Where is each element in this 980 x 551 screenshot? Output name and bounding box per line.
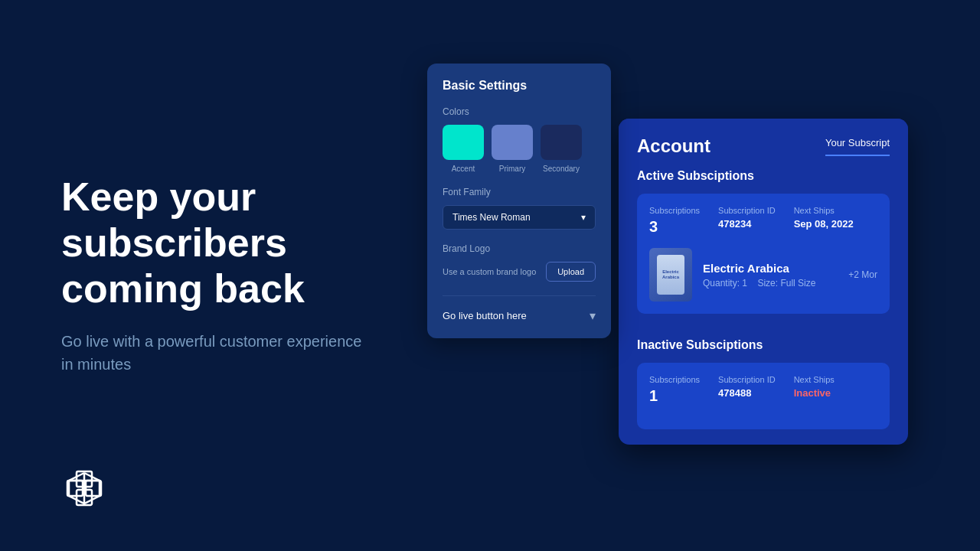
inactive-status: Inactive bbox=[794, 387, 835, 399]
subscription-id-value: 478234 bbox=[718, 218, 776, 230]
active-sub-stats: Subscriptions 3 Subscription ID 478234 N… bbox=[649, 206, 877, 236]
secondary-swatch-box bbox=[541, 125, 582, 160]
product-image-inner: ElectricArabica bbox=[657, 255, 684, 295]
subscriptions-stat-label: Subscriptions bbox=[649, 206, 700, 215]
inactive-subscriptions-section: Inactive Subsciptions Subscriptions 1 Su… bbox=[619, 326, 908, 445]
product-info: Electric Arabica Quantity: 1 Size: Full … bbox=[703, 262, 838, 289]
account-tab[interactable]: Your Subscript bbox=[825, 137, 890, 156]
inactive-subscriptions-stat: Subscriptions 1 bbox=[649, 375, 700, 405]
font-family-label: Font Family bbox=[443, 187, 596, 197]
inactive-sub-stats: Subscriptions 1 Subscription ID 478488 N… bbox=[649, 375, 877, 405]
subheadline: Go live with a powerful customer experie… bbox=[61, 331, 368, 377]
go-live-row[interactable]: Go live button here ▾ bbox=[443, 295, 596, 323]
go-live-text: Go live button here bbox=[443, 310, 527, 321]
product-meta: Quantity: 1 Size: Full Size bbox=[703, 278, 838, 289]
font-value: Times New Roman bbox=[452, 212, 531, 223]
account-panel: Account Your Subscript Active Subsciptio… bbox=[619, 119, 908, 445]
product-image: ElectricArabica bbox=[649, 248, 692, 302]
brand-logo-label: Brand Logo bbox=[443, 243, 596, 254]
go-live-chevron-icon: ▾ bbox=[590, 308, 596, 323]
dropdown-chevron-icon: ▾ bbox=[581, 212, 586, 223]
next-ships-label: Next Ships bbox=[794, 206, 854, 215]
panel-title: Basic Settings bbox=[443, 79, 596, 93]
product-size: Size: Full Size bbox=[757, 278, 815, 289]
account-title: Account bbox=[637, 135, 710, 157]
subscriptions-stat-value: 3 bbox=[649, 218, 700, 236]
font-dropdown[interactable]: Times New Roman ▾ bbox=[443, 205, 596, 230]
settings-panel: Basic Settings Colors Accent Primary Sec… bbox=[427, 64, 611, 338]
brand-logo-row: Use a custom brand logo Upload bbox=[443, 262, 596, 282]
product-row: ElectricArabica Electric Arabica Quantit… bbox=[649, 248, 877, 302]
accent-label: Accent bbox=[452, 165, 475, 173]
colors-row: Accent Primary Secondary bbox=[443, 125, 596, 173]
product-image-label: ElectricArabica bbox=[662, 269, 679, 280]
inactive-subscriptions-value: 1 bbox=[649, 387, 700, 405]
active-section-title: Active Subsciptions bbox=[637, 169, 890, 183]
more-badge: +2 Mor bbox=[848, 269, 877, 280]
subscription-id-label: Subscription ID bbox=[718, 206, 776, 215]
accent-swatch-box bbox=[443, 125, 484, 160]
active-subscription-card: Subscriptions 3 Subscription ID 478234 N… bbox=[637, 194, 890, 314]
secondary-swatch[interactable]: Secondary bbox=[541, 125, 582, 173]
upload-button[interactable]: Upload bbox=[546, 262, 596, 282]
next-ships-value: Sep 08, 2022 bbox=[794, 218, 854, 230]
inactive-subscription-id-stat: Subscription ID 478488 bbox=[718, 375, 776, 405]
brand-logo-section: Brand Logo Use a custom brand logo Uploa… bbox=[443, 243, 596, 282]
secondary-label: Secondary bbox=[543, 165, 580, 173]
colors-label: Colors bbox=[443, 106, 596, 117]
primary-label: Primary bbox=[499, 165, 525, 173]
brand-logo-description: Use a custom brand logo bbox=[443, 267, 536, 276]
inactive-subscriptions-label: Subscriptions bbox=[649, 375, 700, 384]
inactive-subscription-id-label: Subscription ID bbox=[718, 375, 776, 384]
inactive-subscription-card: Subscriptions 1 Subscription ID 478488 N… bbox=[637, 363, 890, 429]
left-section: Keep your subscribers coming back Go liv… bbox=[61, 174, 406, 376]
headline: Keep your subscribers coming back bbox=[61, 174, 406, 311]
primary-swatch[interactable]: Primary bbox=[492, 125, 533, 173]
product-name: Electric Arabica bbox=[703, 262, 838, 275]
inactive-section-title: Inactive Subsciptions bbox=[637, 338, 890, 352]
font-family-section: Font Family Times New Roman ▾ bbox=[443, 187, 596, 230]
accent-swatch[interactable]: Accent bbox=[443, 125, 484, 173]
next-ships-stat: Next Ships Sep 08, 2022 bbox=[794, 206, 854, 236]
account-header: Account Your Subscript bbox=[619, 119, 908, 157]
active-subscriptions-section: Active Subsciptions Subscriptions 3 Subs… bbox=[619, 157, 908, 326]
inactive-next-ships-stat: Next Ships Inactive bbox=[794, 375, 835, 405]
logo-area bbox=[61, 465, 107, 514]
inactive-next-ships-label: Next Ships bbox=[794, 375, 835, 384]
subscription-id-stat: Subscription ID 478234 bbox=[718, 206, 776, 236]
brand-logo-icon bbox=[61, 465, 107, 511]
subscriptions-stat: Subscriptions 3 bbox=[649, 206, 700, 236]
inactive-subscription-id-value: 478488 bbox=[718, 387, 776, 399]
primary-swatch-box bbox=[492, 125, 533, 160]
product-quantity: Quantity: 1 bbox=[703, 278, 747, 289]
